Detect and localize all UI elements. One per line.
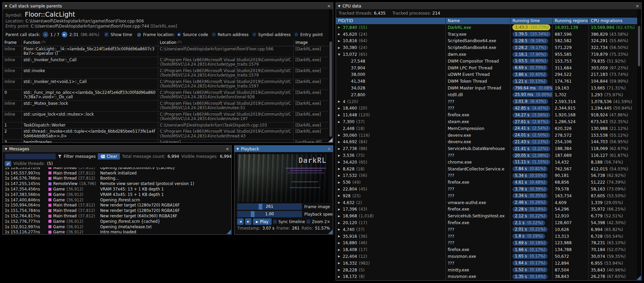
cpu-row[interactable]: ▶ 16,880 (46) ??? 1.69 s (0.18%) 123,988… (336, 240, 641, 247)
pid-cell[interactable]: 2,448 (18) (336, 125, 446, 132)
pid-cell[interactable]: 37,904 (336, 65, 446, 71)
message-row[interactable]: 1s 145,557,997ns Main thread (37,812) Ne… (3, 170, 231, 176)
message-row[interactable]: 1s 153,116,277ns Game (36,912) Intro men… (3, 230, 231, 234)
message-row[interactable]: 1s 151,754,784ns Main thread (37,812) Ne… (3, 208, 231, 213)
clear-button[interactable]: × Clear (98, 153, 120, 160)
cpu-row[interactable]: 27,800 ntdll.dll 25.93 ms (0.00%) 1,702 … (336, 91, 641, 98)
function-cell[interactable]: Floor::CalcLight::__l4::<lambda_5bc224f1… (22, 46, 158, 57)
expand-arrow-icon[interactable]: ▶ (338, 147, 343, 150)
cpu-row[interactable]: ▶ 30,060 (116) devenv.exe 24.01 s (2.50%… (336, 132, 641, 139)
location-cell[interactable]: C:\Program Files (x86)\Microsoft Visual … (158, 79, 294, 90)
cpu-row[interactable]: ▶ 37,840 (55) DarkRL.exe 1:43.3 (10.73%)… (336, 24, 641, 31)
message-row[interactable]: 1s 147,354,456ns Game (36,912) VRAM 37x4… (3, 186, 231, 192)
pid-cell[interactable]: ▶ 22,404 (12) (336, 253, 446, 260)
expand-arrow-icon[interactable]: ▶ (338, 120, 343, 123)
cpu-row[interactable]: ▶ 17,396 (43) firefox.exe 2.28 s (0.24%)… (336, 206, 641, 213)
expand-arrow-icon[interactable]: ▶ (338, 181, 343, 184)
collapse-icon[interactable]: ▼ (338, 4, 340, 8)
close-icon[interactable]: × (327, 4, 331, 8)
pid-cell[interactable]: 41,348 (336, 78, 446, 85)
cpu-row[interactable]: ▶ 35,916 (36) ??? 1.8 s (0.19%) 13,313 6… (336, 233, 641, 240)
message-row[interactable]: 1s 147,383,566ns Game (36,912) VRAM 43x4… (3, 192, 231, 197)
cpu-row[interactable]: ▶ 4,740 (37) ??? 2.01 s (0.21%) 10,626 6… (336, 226, 641, 233)
column-header[interactable]: Name (446, 18, 510, 24)
expand-arrow-icon[interactable]: ▶ (338, 255, 343, 258)
message-row[interactable]: 1s 146,576,766ns Main thread (37,812) Bo… (3, 176, 231, 181)
function-cell[interactable]: std::_Invoker_ret<void,1>::_Call (22, 79, 158, 90)
message-row[interactable]: 1s 152,776,777ns Game (36,912) Opening /… (3, 219, 231, 224)
frame-location-option[interactable]: Return address (212, 32, 249, 37)
callstack-titlebar[interactable]: ▼ Call stack sample parents × (3, 3, 333, 9)
location-cell[interactable]: C:\Program Files (x86)\Microsoft Visual … (158, 57, 294, 68)
message-list[interactable]: 1s 128,355,272ns Main thread (37,812) Op… (3, 167, 231, 234)
location-cell[interactable]: C:\Program Files (x86)\Microsoft Visual … (158, 90, 294, 101)
callstack-frame-row[interactable]: inline std::unique_lock<std::mutex>::loc… (3, 112, 329, 122)
expand-arrow-icon[interactable]: ▶ (338, 107, 343, 110)
collapse-icon[interactable]: ▼ (5, 4, 7, 8)
filter-input[interactable] (5, 153, 56, 160)
expand-arrow-icon[interactable]: ▶ (338, 26, 343, 29)
cpu-row[interactable]: ▶ 18,968 (1,018) ServiceHub.SettingsHost… (336, 213, 641, 219)
expand-arrow-icon[interactable]: ▶ (338, 46, 343, 49)
cpu-row[interactable]: ▶ 16,332 (982) ??? 1.64 s (0.17%) 12,894… (336, 260, 641, 267)
expand-threads-button[interactable]: ⇄ (5, 161, 11, 166)
column-header[interactable]: Running time (510, 18, 553, 24)
expand-arrow-icon[interactable]: ▶ (338, 262, 343, 265)
function-cell[interactable]: beginthreadex (22, 139, 158, 143)
pid-cell[interactable]: ▶ 18,172 (8) (336, 273, 446, 280)
cpu-row[interactable]: ▶ 44,692 (84) devenv.exe 21.43 s (2.23%)… (336, 139, 641, 146)
callstack-frame-row[interactable]: inline std::invoke C:\Program Files (x86… (3, 68, 329, 79)
pid-cell[interactable]: ▶ 16,332 (982) (336, 260, 446, 267)
expand-arrow-icon[interactable]: ▶ (338, 248, 343, 251)
pid-cell[interactable]: ▶ 17,532 (56) (336, 172, 446, 179)
scrollbar-thumb[interactable] (329, 41, 332, 137)
expand-arrow-icon[interactable]: ▶ (338, 235, 343, 238)
expand-arrow-icon[interactable]: ▶ (338, 140, 343, 144)
cpu-row[interactable]: 37,904 DWM LPC Port Thread 6.69 s (0.70%… (336, 65, 641, 71)
expand-arrow-icon[interactable]: ▶ (338, 134, 343, 137)
sync-timeline-checkbox[interactable] (273, 219, 277, 224)
frame-location-option[interactable]: Source code (177, 32, 208, 37)
function-cell[interactable]: std::thread::_Invoke<std::tuple<<lambda_… (22, 129, 158, 139)
expand-arrow-icon[interactable]: ▶ (338, 100, 343, 103)
expand-arrow-icon[interactable]: ▶ (338, 201, 343, 204)
expand-arrow-icon[interactable]: ▶ (338, 242, 343, 245)
pid-cell[interactable]: ▶ 45,620 (24) (336, 31, 446, 38)
resize-grip[interactable] (328, 138, 333, 142)
pid-cell[interactable]: ▶ 37,840 (55) (336, 24, 446, 31)
function-cell[interactable]: TaskDispatch::Worker (22, 122, 158, 129)
callstack-frame-row[interactable]: 2 std::thread::_Invoke<std::tuple<<lambd… (3, 129, 329, 139)
playback-titlebar[interactable]: ▼ Playback × (234, 146, 333, 152)
resize-grip[interactable] (328, 230, 333, 234)
location-cell[interactable]: C:\Program Files (x86)\Microsoft Visual … (158, 101, 294, 112)
column-header[interactable]: PID/TID (336, 18, 446, 24)
cpu-row[interactable]: 38,000 uDWM Event Thread 3.86 s (0.40%) … (336, 71, 641, 78)
callstack-frame-row[interactable]: inline std::_Mutex_base::lock C:\Program… (3, 101, 329, 112)
message-row[interactable]: 1s 152,764,817ns Main thread (37,812) Ne… (3, 213, 231, 219)
radio-icon[interactable] (177, 32, 181, 37)
callstack-frame-row[interactable]: 1 TaskDispatch::Worker C:\Users\wolf\Des… (3, 122, 329, 129)
pid-cell[interactable]: ▶ 16,880 (46) (336, 240, 446, 247)
frame-location-option[interactable]: Entry point (294, 32, 323, 37)
location-cell[interactable]: C:\Users\wolf\Desktop\darkrl\src\game\fl… (158, 46, 294, 57)
pid-cell[interactable]: ▶ 17,396 (43) (336, 206, 446, 213)
collapse-icon[interactable]: ▼ (5, 147, 7, 151)
pid-cell[interactable]: ▶ 28,228 (5) (336, 267, 446, 273)
cpu-row[interactable]: ▶ 10,816 (64) ScriptedSandbox64.exe 1:28… (336, 38, 641, 45)
message-row[interactable]: 1s 147,255,145ns RemoteView (18,796) Rem… (3, 181, 231, 186)
pid-cell[interactable]: ▶ 30,060 (116) (336, 132, 446, 139)
pid-cell[interactable]: ▶ 3,536 (75) (336, 152, 446, 159)
pid-cell[interactable]: ▶ 20,120 (17) (336, 219, 446, 226)
pid-cell[interactable]: ▶ 4,740 (37) (336, 226, 446, 233)
pid-cell[interactable]: ▶ 34,420 (65) (336, 159, 446, 166)
next-frame-button[interactable]: ▶ (245, 218, 251, 225)
cpu-row[interactable]: ▶ 4,632 (2) vmware-authd.exe 2.46 s (0.2… (336, 199, 641, 206)
cpu-row[interactable]: ▶ 45,620 (24) Tracy.exe 1:39.5 (10.34%) … (336, 31, 641, 38)
cpu-row[interactable]: 27,548 DWM Compositor Thread 1:03.5 (6.6… (336, 58, 641, 65)
prev-parent-button[interactable]: ◀ (43, 32, 48, 37)
callstack-frame-row[interactable]: inline std::_Invoker_functor::_Call C:\P… (3, 57, 329, 68)
prev-frame-button[interactable]: ◀ (237, 218, 244, 225)
cpu-row[interactable]: ▶ 18,408 (17) firefox.exe 1.66 s (0.17%)… (336, 246, 641, 253)
pid-cell[interactable]: ▶ 7,300 (37) (336, 118, 446, 125)
pid-cell[interactable]: ▶ 44,692 (84) (336, 139, 446, 146)
